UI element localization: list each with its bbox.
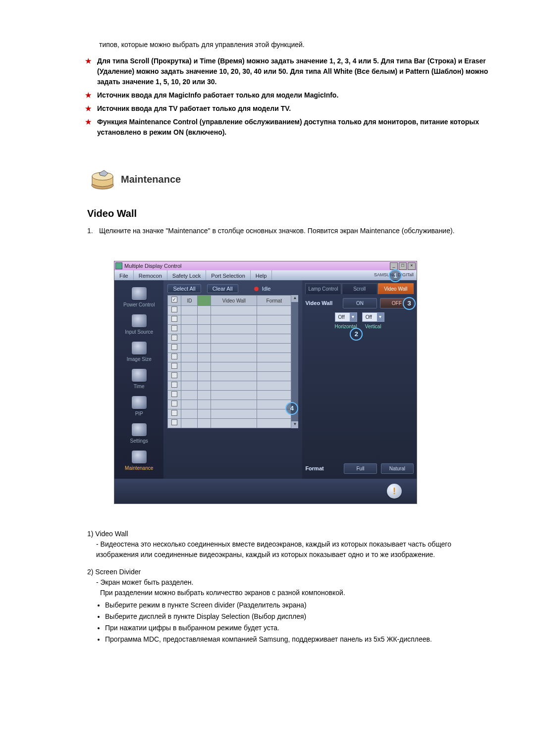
row-checkbox[interactable]: [171, 316, 177, 322]
step-text: Щелкните на значке "Maintenance" в столб…: [99, 227, 455, 235]
col-format: Format: [257, 296, 291, 306]
format-label: Format: [305, 464, 340, 473]
col-status-icon: [198, 296, 211, 306]
row-checkbox[interactable]: [171, 419, 177, 425]
status-strip: !: [114, 479, 417, 504]
format-full-button[interactable]: Full: [344, 463, 376, 474]
vertical-dropdown[interactable]: Off ▾: [362, 312, 384, 322]
document-page: типов, которые можно выбрать для управле…: [45, 0, 490, 681]
menu-file[interactable]: File: [114, 270, 134, 280]
scroll-up-icon[interactable]: ▲: [291, 295, 298, 302]
horizontal-dropdown[interactable]: Off ▾: [335, 312, 357, 322]
sidebar-item-settings[interactable]: Settings: [114, 420, 163, 448]
chevron-down-icon: ▾: [377, 313, 384, 321]
callout-3: 3: [403, 297, 416, 310]
settings-icon: [132, 423, 147, 436]
note-item: Источник ввода для TV работает только дл…: [89, 103, 490, 114]
row-checkbox[interactable]: [171, 372, 177, 378]
row-checkbox[interactable]: [171, 382, 177, 388]
sidebar-item-power-control[interactable]: Power Control: [114, 284, 163, 311]
menu-port-selection[interactable]: Port Selection: [206, 270, 250, 280]
table-row[interactable]: [168, 306, 291, 315]
sidebar-item-label: Image Size: [114, 355, 163, 363]
note-item: Для типа Scroll (Прокрутка) и Time (Врем…: [89, 56, 490, 87]
note-item: Источник ввода для MagicInfo работает то…: [89, 90, 490, 101]
row-checkbox[interactable]: [171, 335, 177, 341]
clear-all-button[interactable]: Clear All: [207, 284, 238, 293]
intro-text: типов, которые можно выбрать для управле…: [99, 40, 490, 50]
scroll-down-icon[interactable]: ▼: [291, 421, 298, 428]
app-icon: [115, 262, 122, 269]
row-checkbox[interactable]: [171, 363, 177, 369]
format-natural-button[interactable]: Natural: [381, 463, 414, 474]
minimize-button[interactable]: _: [390, 262, 398, 270]
section-header: Maintenance: [89, 167, 490, 191]
menu-remocon[interactable]: Remocon: [134, 270, 167, 280]
section-title: Maintenance: [121, 172, 181, 187]
vertical-label: Vertical: [362, 323, 384, 330]
chevron-down-icon: ▾: [350, 313, 357, 321]
title-bar: Multiple Display Control _ □ ×: [114, 261, 417, 270]
row-checkbox[interactable]: [171, 410, 177, 416]
table-row[interactable]: [168, 391, 291, 400]
table-row[interactable]: [168, 409, 291, 419]
maximize-button[interactable]: □: [399, 262, 407, 270]
idle-indicator-icon: [254, 287, 259, 291]
power-icon: [132, 287, 147, 300]
table-row[interactable]: [168, 372, 291, 381]
row-checkbox[interactable]: [171, 391, 177, 397]
desc-number: 2): [87, 568, 93, 576]
menu-help[interactable]: Help: [251, 270, 272, 280]
desc-title: Screen Divider: [95, 568, 141, 576]
note-list: Для типа Scroll (Прокрутка) и Time (Врем…: [89, 56, 490, 138]
tab-video-wall[interactable]: Video Wall: [378, 283, 414, 294]
table-row[interactable]: [168, 419, 291, 428]
row-checkbox[interactable]: [171, 344, 177, 350]
close-button[interactable]: ×: [408, 262, 416, 270]
info-icon: !: [387, 484, 402, 499]
horizontal-value: Off: [335, 313, 350, 321]
table-row[interactable]: [168, 353, 291, 362]
menu-bar: File Remocon Safety Lock Port Selection …: [114, 270, 417, 280]
menu-safety-lock[interactable]: Safety Lock: [167, 270, 206, 280]
sidebar-item-pip[interactable]: PIP: [114, 393, 163, 420]
pip-icon: [132, 396, 147, 409]
video-wall-on-button[interactable]: ON: [343, 298, 376, 308]
idle-label: Idle: [262, 286, 271, 292]
sidebar-item-image-size[interactable]: Image Size: [114, 339, 163, 366]
col-id: ID: [181, 296, 198, 306]
row-checkbox[interactable]: [171, 306, 177, 312]
sidebar-item-label: PIP: [114, 410, 163, 417]
sidebar-item-maintenance[interactable]: Maintenance: [114, 448, 163, 475]
tab-scroll[interactable]: Scroll: [342, 283, 377, 294]
desc-title: Video Wall: [95, 530, 128, 538]
table-row[interactable]: [168, 362, 291, 372]
table-row[interactable]: [168, 334, 291, 344]
table-row[interactable]: [168, 315, 291, 325]
col-video-wall: Video Wall: [211, 296, 257, 306]
table-row[interactable]: [168, 325, 291, 334]
row-checkbox[interactable]: [171, 353, 177, 359]
header-checkbox[interactable]: [171, 297, 177, 302]
sidebar-item-label: Time: [114, 383, 163, 390]
table-row[interactable]: [168, 344, 291, 353]
sidebar: Power Control Input Source Image Size Ti…: [114, 280, 163, 479]
input-source-icon: [132, 314, 147, 327]
desc-line: - Экран может быть разделен.: [96, 577, 490, 588]
note-item: Функция Maintenance Control (управление …: [89, 117, 490, 138]
row-checkbox[interactable]: [171, 401, 177, 406]
sidebar-item-input-source[interactable]: Input Source: [114, 311, 163, 339]
desc-line: - Видеостена это несколько соединенных в…: [96, 539, 490, 560]
sidebar-item-time[interactable]: Time: [114, 366, 163, 393]
window-title: Multiple Display Control: [124, 262, 182, 270]
image-size-icon: [132, 342, 147, 354]
subsection-title: Video Wall: [87, 206, 490, 221]
table-row[interactable]: [168, 400, 291, 409]
select-all-button[interactable]: Select All: [167, 284, 201, 293]
tab-lamp-control[interactable]: Lamp Control: [305, 283, 341, 294]
callout-1: 1: [389, 269, 402, 282]
video-wall-label: Video Wall: [305, 299, 340, 307]
table-row[interactable]: [168, 381, 291, 391]
row-checkbox[interactable]: [171, 325, 177, 331]
display-grid: ID Video Wall Format: [167, 295, 298, 428]
